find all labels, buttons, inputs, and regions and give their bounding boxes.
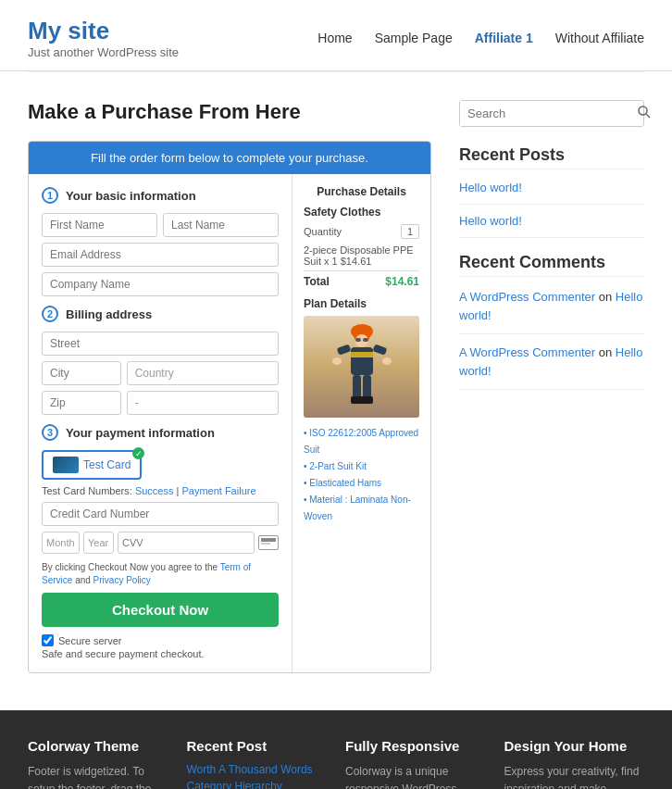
- company-row: [42, 272, 279, 296]
- product-name: Safety Clothes: [304, 206, 419, 219]
- feature-0: ISO 22612:2005 Approved Suit: [304, 425, 419, 458]
- terms-text: By clicking Checkout Now you agree to th…: [42, 561, 279, 587]
- checkout-container: Fill the order form below to complete yo…: [28, 141, 431, 673]
- cvv-icon: [258, 535, 279, 550]
- card-icon: [53, 457, 79, 473]
- recent-posts-title: Recent Posts: [459, 145, 644, 169]
- name-row: [42, 213, 279, 237]
- search-button[interactable]: [630, 101, 658, 126]
- svg-rect-9: [336, 344, 351, 355]
- comment-author-0[interactable]: A WordPress Commenter: [459, 290, 595, 304]
- footer-col-3: Design Your Home Express your creativity…: [504, 738, 645, 789]
- main-content: Make a Purchase From Here Fill the order…: [0, 72, 672, 701]
- nav-affiliate-1[interactable]: Affiliate 1: [475, 31, 533, 45]
- footer-col-1: Recent Post Worth A Thousand Words Categ…: [187, 738, 328, 789]
- street-input[interactable]: [42, 332, 279, 356]
- nav-without-affiliate[interactable]: Without Affiliate: [555, 31, 644, 45]
- secure-subtext: Safe and secure payment checkout.: [42, 648, 279, 659]
- svg-rect-8: [351, 352, 373, 357]
- form-section: 1 Your basic information: [29, 174, 292, 672]
- section1-header: 1 Your basic information: [42, 187, 279, 204]
- nav-home[interactable]: Home: [317, 31, 352, 45]
- total-amount: $14.61: [385, 275, 419, 288]
- city-input[interactable]: [42, 361, 121, 385]
- last-name-input[interactable]: [163, 213, 279, 237]
- total-label: Total: [304, 275, 330, 288]
- recent-comment-0: A WordPress Commenter on Hello world!: [459, 288, 644, 334]
- total-row: Total $14.61: [304, 270, 419, 288]
- site-title: My site: [28, 17, 179, 45]
- svg-point-17: [639, 106, 647, 115]
- comment-author-1[interactable]: A WordPress Commenter: [459, 345, 595, 359]
- recent-comment-1: A WordPress Commenter on Hello world!: [459, 344, 644, 390]
- feature-3: Material : Laminata Non-Woven: [304, 492, 419, 525]
- street-row: [42, 332, 279, 356]
- feature-1: 2-Part Suit Kit: [304, 458, 419, 475]
- search-box: [459, 100, 644, 127]
- nav-sample-page[interactable]: Sample Page: [375, 31, 453, 45]
- test-card-numbers: Test Card Numbers: Success | Payment Fai…: [42, 485, 279, 496]
- state-select[interactable]: -: [127, 391, 279, 415]
- credit-card-input[interactable]: [42, 502, 279, 526]
- svg-point-12: [382, 357, 392, 365]
- first-name-input[interactable]: [42, 213, 157, 237]
- section2-header: 2 Billing address: [42, 306, 279, 322]
- recent-comments-title: Recent Comments: [459, 253, 644, 277]
- zip-row: -: [42, 391, 279, 415]
- quantity-row: Quantity 1: [304, 224, 419, 239]
- footer-grid: Colorway Theme Footer is widgetized. To …: [28, 738, 644, 789]
- checkout-form-header: Fill the order form below to complete yo…: [29, 142, 430, 174]
- plan-features: ISO 22612:2005 Approved Suit 2-Part Suit…: [304, 425, 419, 525]
- email-input[interactable]: [42, 243, 279, 267]
- city-country-row: Country: [42, 361, 279, 385]
- expiry-row: Month Year: [42, 532, 279, 554]
- plan-image: [304, 316, 419, 418]
- product-line-text: 2-piece Disposable PPE Suit x 1 $14.61: [304, 244, 419, 267]
- footer-col-3-text: Express your creativity, find inspiratio…: [504, 763, 645, 789]
- month-select[interactable]: Month: [42, 532, 80, 554]
- cvv-input[interactable]: [118, 532, 255, 554]
- footer-recent-post-0[interactable]: Worth A Thousand Words: [187, 763, 328, 776]
- search-icon: [638, 106, 651, 119]
- svg-line-18: [646, 114, 650, 118]
- svg-rect-10: [372, 344, 387, 355]
- recent-post-0[interactable]: Hello world!: [459, 181, 644, 205]
- card-label: Test Card: [83, 458, 131, 471]
- section2-number: 2: [42, 306, 58, 322]
- email-row: [42, 243, 279, 267]
- search-input[interactable]: [460, 101, 630, 126]
- main-nav: Home Sample Page Affiliate 1 Without Aff…: [317, 31, 644, 45]
- footer-col-0-text: Footer is widgetized. To setup the foote…: [28, 763, 168, 789]
- section1-number: 1: [42, 187, 58, 204]
- secure-checkbox[interactable]: [42, 634, 54, 646]
- country-select[interactable]: Country: [127, 361, 279, 385]
- site-header: My site Just another WordPress site Home…: [0, 0, 672, 71]
- checkout-button[interactable]: Checkout Now: [42, 593, 279, 627]
- svg-rect-13: [353, 375, 361, 399]
- check-badge: ✓: [132, 447, 144, 459]
- content-area: Make a Purchase From Here Fill the order…: [28, 100, 431, 673]
- svg-rect-7: [351, 347, 373, 375]
- privacy-link[interactable]: Privacy Policy: [93, 575, 151, 585]
- company-input[interactable]: [42, 272, 279, 296]
- footer-col-2-text: Colorway is a unique responsive WordPres…: [345, 763, 486, 789]
- svg-rect-6: [363, 338, 368, 342]
- site-branding: My site Just another WordPress site: [28, 17, 179, 59]
- footer-col-2-title: Fully Responsive: [345, 738, 486, 754]
- failure-link[interactable]: Payment Failure: [181, 485, 255, 496]
- purchase-section: Purchase Details Safety Clothes Quantity…: [292, 174, 430, 672]
- svg-rect-5: [355, 338, 361, 342]
- svg-rect-16: [361, 396, 373, 404]
- success-link[interactable]: Success: [135, 485, 174, 496]
- footer-col-1-title: Recent Post: [187, 738, 328, 754]
- year-select[interactable]: Year: [83, 532, 114, 554]
- footer-recent-post-1[interactable]: Category Hierarchy Elements: [187, 780, 328, 789]
- site-footer: Colorway Theme Footer is widgetized. To …: [0, 710, 672, 789]
- footer-col-0: Colorway Theme Footer is widgetized. To …: [28, 738, 168, 789]
- recent-post-1[interactable]: Hello world!: [459, 214, 644, 238]
- section2-label: Billing address: [66, 307, 152, 321]
- plan-title: Plan Details: [304, 297, 419, 310]
- test-card-button[interactable]: Test Card ✓: [42, 450, 142, 480]
- zip-input[interactable]: [42, 391, 121, 415]
- page-title: Make a Purchase From Here: [28, 100, 431, 124]
